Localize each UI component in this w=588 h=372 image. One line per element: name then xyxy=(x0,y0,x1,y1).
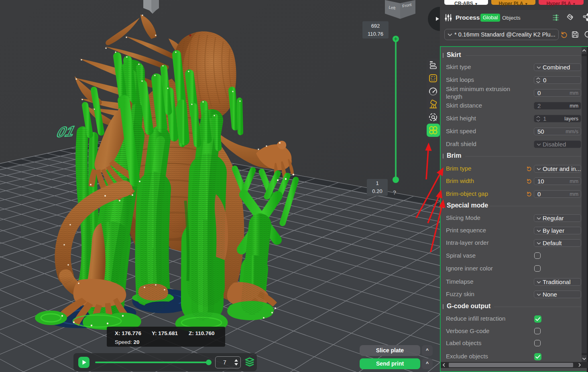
svg-text:01: 01 xyxy=(54,123,78,140)
